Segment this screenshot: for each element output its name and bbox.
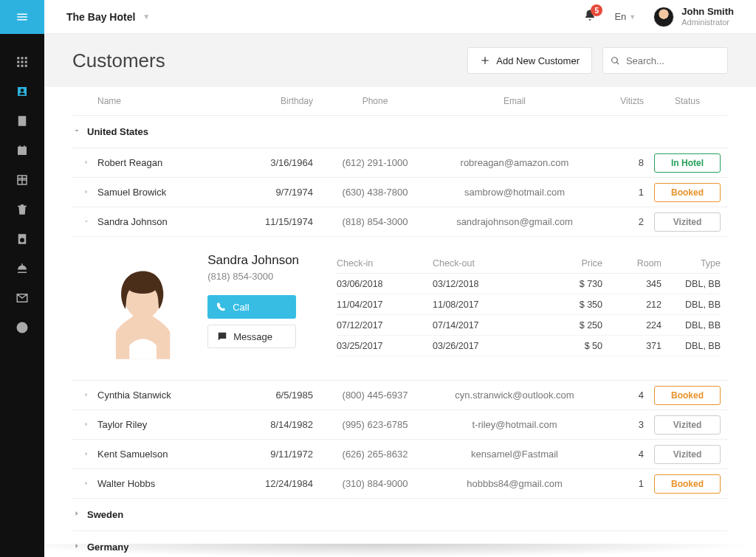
nav-laundry[interactable] xyxy=(0,224,44,254)
service-bell-icon xyxy=(16,262,29,275)
chevron-right-icon[interactable] xyxy=(72,449,94,460)
page-title: Customers xyxy=(72,49,165,72)
cell-visits: 8 xyxy=(595,157,647,168)
menu-toggle[interactable] xyxy=(0,0,44,34)
visit-row: 11/04/201711/08/2017$ 350212DBL, BB xyxy=(337,294,721,315)
vcol-checkout: Check-out xyxy=(433,258,543,269)
group-label: United States xyxy=(87,126,148,137)
col-birthday: Birthday xyxy=(227,96,316,106)
chevron-right-icon xyxy=(72,509,87,520)
nav-mail[interactable] xyxy=(0,283,44,313)
caret-down-icon: ▼ xyxy=(142,13,150,21)
nav-grid[interactable] xyxy=(0,47,44,77)
group-sweden[interactable]: Sweden xyxy=(72,498,728,530)
chevron-down-icon[interactable] xyxy=(72,216,94,227)
group-united-states[interactable]: United States xyxy=(72,115,728,148)
nav-customers[interactable] xyxy=(0,77,44,106)
cell-birthday: 3/16/1964 xyxy=(227,157,316,168)
cell-visits: 1 xyxy=(595,187,647,198)
document-icon xyxy=(16,114,29,128)
table-row[interactable]: Robert Reagan 3/16/1964 (612) 291-1000 r… xyxy=(72,148,728,177)
plus-icon xyxy=(480,55,490,66)
cell-visits: 2 xyxy=(595,216,647,227)
language-selector[interactable]: En ▼ xyxy=(614,11,636,22)
user-card-icon xyxy=(16,85,29,98)
vcol-type: Type xyxy=(662,258,721,269)
detail-name: Sandra Johnson xyxy=(207,253,316,268)
nav-documents[interactable] xyxy=(0,106,44,136)
sidebar xyxy=(0,0,44,557)
group-germany[interactable]: Germany xyxy=(72,530,728,557)
message-label: Message xyxy=(233,331,272,342)
search-input[interactable] xyxy=(626,55,720,66)
message-icon xyxy=(217,331,227,342)
user-name: John Smith xyxy=(681,7,734,17)
vcol-checkin: Check-in xyxy=(337,258,433,269)
hamburger-icon xyxy=(15,10,30,24)
calendar-icon xyxy=(16,144,29,157)
nav-rooms[interactable] xyxy=(0,165,44,195)
nav-calendar[interactable] xyxy=(0,136,44,165)
hotel-selector[interactable]: The Bay Hotel ▼ xyxy=(66,11,236,23)
nav-reports[interactable] xyxy=(0,313,44,342)
chevron-down-icon xyxy=(72,126,87,137)
chevron-right-icon[interactable] xyxy=(72,478,94,489)
table-row[interactable]: Kent Samuelson9/11/1972(626) 265-8632ken… xyxy=(72,439,728,468)
call-button[interactable]: Call xyxy=(207,295,296,319)
cell-name: Robert Reagan xyxy=(94,157,227,168)
table-row[interactable]: Cynthia Stanwick6/5/1985(800) 445-6937cy… xyxy=(72,380,728,409)
vcol-room: Room xyxy=(602,258,662,269)
trash-icon xyxy=(16,203,29,216)
col-status: Status xyxy=(647,96,728,106)
chevron-right-icon[interactable] xyxy=(72,157,94,168)
grid-icon xyxy=(16,55,29,69)
status-badge: Vizited xyxy=(654,415,721,435)
chevron-right-icon xyxy=(72,542,87,553)
table-row[interactable]: Sandra Johnson 11/15/1974 (818) 854-3000… xyxy=(72,207,728,236)
notification-badge: 5 xyxy=(591,4,602,16)
user-menu[interactable]: John Smith Administrator xyxy=(653,7,734,27)
table-row[interactable]: Taylor Riley8/14/1982(995) 623-6785t-ril… xyxy=(72,409,728,439)
col-email: Email xyxy=(434,96,595,106)
call-label: Call xyxy=(233,302,249,313)
group-label: Germany xyxy=(87,542,128,553)
add-customer-label: Add New Customer xyxy=(496,55,580,66)
phone-icon xyxy=(216,302,227,312)
cell-name: Sandra Johnson xyxy=(94,216,227,227)
user-role: Administrator xyxy=(681,18,734,27)
topbar: The Bay Hotel ▼ 5 En ▼ John Smith Admini… xyxy=(44,0,756,34)
visit-row: 07/12/201707/14/2017$ 250224DBL, BB xyxy=(337,315,721,336)
customer-photo xyxy=(99,253,187,364)
notification-button[interactable]: 5 xyxy=(583,9,597,24)
message-button[interactable]: Message xyxy=(207,325,296,348)
vcol-price: Price xyxy=(543,258,602,269)
window-icon xyxy=(16,173,29,187)
add-customer-button[interactable]: Add New Customer xyxy=(467,47,592,74)
table-row[interactable]: Samuel Browick 9/7/1974 (630) 438-7800 s… xyxy=(72,177,728,207)
cell-phone: (612) 291-1000 xyxy=(316,157,434,168)
language-label: En xyxy=(614,11,626,22)
chevron-right-icon[interactable] xyxy=(72,187,94,198)
mail-icon xyxy=(16,291,29,305)
nav-service[interactable] xyxy=(0,254,44,283)
caret-down-icon: ▼ xyxy=(629,13,636,21)
cell-birthday: 11/15/1974 xyxy=(227,216,316,227)
col-visits: Vitizts xyxy=(595,96,647,106)
column-headers: Name Birthday Phone Email Vitizts Status xyxy=(72,87,728,115)
chevron-right-icon[interactable] xyxy=(72,419,94,430)
search-box[interactable] xyxy=(602,47,728,74)
pie-chart-icon xyxy=(16,321,29,334)
nav-trash[interactable] xyxy=(0,195,44,224)
avatar xyxy=(653,7,674,27)
cell-birthday: 9/7/1974 xyxy=(227,187,316,198)
chevron-right-icon[interactable] xyxy=(72,390,94,401)
cell-email: sambrow@hotmail.com xyxy=(434,187,595,198)
status-badge: Vizited xyxy=(654,445,721,464)
col-name: Name xyxy=(94,96,227,106)
status-badge: Booked xyxy=(654,183,721,202)
detail-phone: (818) 854-3000 xyxy=(207,271,316,282)
cell-name: Samuel Browick xyxy=(94,187,227,198)
table-row[interactable]: Walter Hobbs12/24/1984(310) 884-9000hobb… xyxy=(72,468,728,498)
cell-email: robreagan@amazon.com xyxy=(434,157,595,168)
visit-row: 03/25/201703/26/2017$ 50371DBL, BB xyxy=(337,336,721,356)
